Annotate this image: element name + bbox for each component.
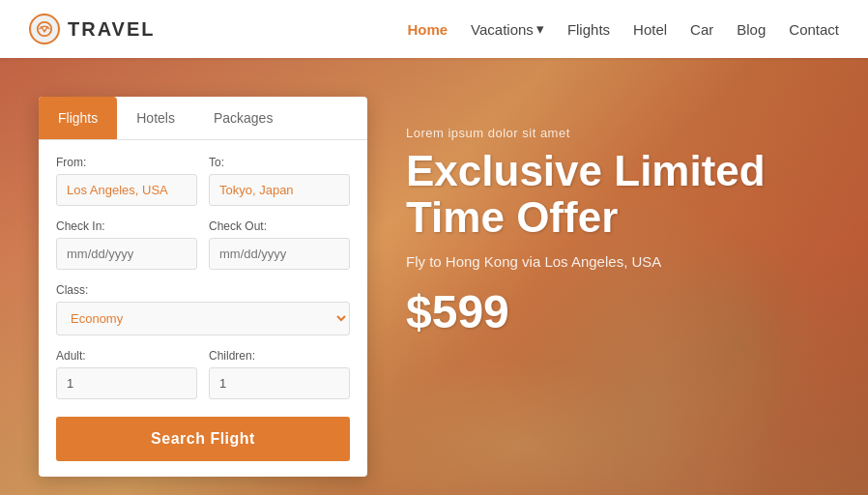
from-input[interactable] bbox=[56, 174, 197, 206]
tab-flights[interactable]: Flights bbox=[39, 97, 117, 139]
from-group: From: bbox=[56, 156, 197, 206]
tab-packages[interactable]: Packages bbox=[194, 97, 292, 139]
children-input[interactable] bbox=[209, 367, 350, 399]
to-label: To: bbox=[209, 156, 350, 169]
children-label: Children: bbox=[209, 349, 350, 363]
nav-hotel[interactable]: Hotel bbox=[633, 21, 667, 38]
class-select[interactable]: Economy Business First Class bbox=[56, 302, 350, 335]
nav-blog[interactable]: Blog bbox=[737, 21, 766, 38]
from-label: From: bbox=[56, 156, 197, 169]
checkin-input[interactable] bbox=[56, 238, 197, 270]
passengers-row: Adult: Children: bbox=[56, 349, 350, 399]
nav-flights[interactable]: Flights bbox=[567, 21, 610, 38]
nav-vacations[interactable]: Vacations ▾ bbox=[471, 20, 544, 38]
offer-title: Exclusive Limited Time Offer bbox=[406, 148, 868, 242]
chevron-down-icon: ▾ bbox=[536, 20, 544, 38]
checkout-label: Check Out: bbox=[209, 219, 350, 233]
logo: TRAVEL bbox=[29, 14, 156, 44]
search-form: From: To: Check In: Check Out: Class: bbox=[39, 140, 367, 477]
children-group: Children: bbox=[209, 349, 350, 399]
main-nav: Home Vacations ▾ Flights Hotel Car Blog … bbox=[407, 20, 839, 38]
logo-text: TRAVEL bbox=[68, 18, 156, 41]
class-group: Class: Economy Business First Class bbox=[56, 283, 350, 335]
checkout-group: Check Out: bbox=[209, 219, 350, 270]
nav-vacations-label: Vacations bbox=[471, 21, 534, 38]
adult-label: Adult: bbox=[56, 349, 197, 363]
checkin-label: Check In: bbox=[56, 219, 197, 233]
checkout-input[interactable] bbox=[209, 238, 350, 270]
search-panel: Flights Hotels Packages From: To: Check … bbox=[39, 97, 367, 477]
nav-home[interactable]: Home bbox=[407, 21, 448, 38]
adult-group: Adult: bbox=[56, 349, 197, 399]
to-group: To: bbox=[209, 156, 350, 206]
adult-input[interactable] bbox=[56, 367, 197, 399]
tab-hotels[interactable]: Hotels bbox=[117, 97, 194, 139]
nav-car[interactable]: Car bbox=[690, 21, 713, 38]
search-flight-button[interactable]: Search Flight bbox=[56, 417, 350, 461]
offer-price: $599 bbox=[406, 285, 868, 338]
offer-subtitle: Lorem ipsum dolor sit amet bbox=[406, 126, 868, 140]
checkin-group: Check In: bbox=[56, 219, 197, 270]
offer-description: Fly to Hong Kong via Los Angeles, USA bbox=[406, 253, 868, 270]
from-to-row: From: To: bbox=[56, 156, 350, 206]
to-input[interactable] bbox=[209, 174, 350, 206]
nav-contact[interactable]: Contact bbox=[789, 21, 839, 38]
header: TRAVEL Home Vacations ▾ Flights Hotel Ca… bbox=[0, 0, 868, 58]
offer-area: Lorem ipsum dolor sit amet Exclusive Lim… bbox=[406, 126, 868, 338]
tab-bar: Flights Hotels Packages bbox=[39, 97, 367, 140]
checkin-checkout-row: Check In: Check Out: bbox=[56, 219, 350, 270]
class-label: Class: bbox=[56, 283, 350, 297]
logo-icon bbox=[29, 14, 60, 44]
